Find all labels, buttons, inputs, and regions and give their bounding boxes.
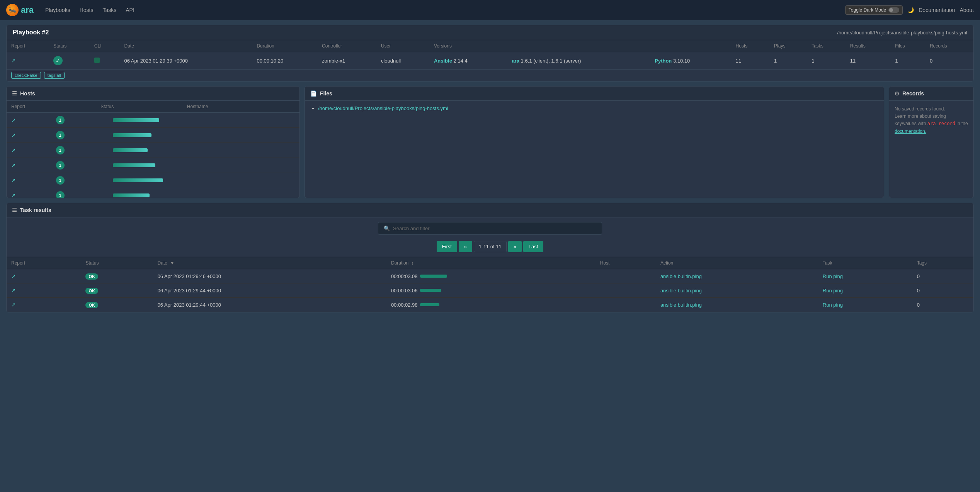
external-link-icon[interactable]: ↗: [11, 273, 16, 279]
cell-files-count: 1: [890, 52, 925, 70]
external-link-icon[interactable]: ↗: [11, 117, 16, 123]
records-in-the: in the: [956, 121, 968, 126]
ara-label: ara: [512, 58, 519, 64]
next-page-button[interactable]: »: [508, 241, 522, 252]
documentation-link[interactable]: Documentation: [919, 7, 955, 13]
result-date: 06 Apr 2023 01:29:44 +0000: [153, 298, 386, 312]
cell-duration: 00:00:10.20: [252, 52, 317, 70]
results-col-task: Task: [818, 257, 912, 269]
python-label: Python: [655, 58, 672, 64]
hosts-scroll-area[interactable]: ↗ 1 ↗ 1 ↗ 1: [7, 113, 299, 198]
main-content: Playbook #2 /home/cloudnull/Projects/ans…: [0, 20, 980, 317]
host-report-link[interactable]: ↗: [7, 113, 51, 128]
host-hostname: [108, 143, 299, 158]
host-hostname: [108, 173, 299, 188]
task-link[interactable]: Run ping: [823, 288, 843, 294]
records-description: Learn more about saving key/values with …: [895, 113, 968, 135]
host-report-link[interactable]: ↗: [7, 188, 51, 198]
sort-icon[interactable]: ▼: [170, 261, 174, 265]
results-col-status: Status: [81, 257, 153, 269]
host-report-link[interactable]: ↗: [7, 143, 51, 158]
task-link[interactable]: Run ping: [823, 302, 843, 308]
playbook-table: Report Status CLI Date Duration Controll…: [7, 40, 973, 70]
duration-bar-wrap: 00:00:03.08: [391, 273, 591, 279]
playbook-title: Playbook #2: [13, 29, 49, 36]
cell-plays-count: 1: [769, 52, 807, 70]
nav-playbooks[interactable]: Playbooks: [41, 5, 74, 15]
col-v3: [650, 40, 731, 52]
external-link-icon[interactable]: ↗: [11, 147, 16, 153]
table-row: ↗ OK 06 Apr 2023 01:29:44 +0000 00:00:02…: [7, 298, 973, 312]
search-input-wrap[interactable]: 🔍 Search and filter: [378, 222, 602, 235]
action-link[interactable]: ansible.builtin.ping: [660, 273, 702, 279]
last-page-button[interactable]: Last: [523, 241, 544, 252]
external-link-icon[interactable]: ↗: [11, 302, 16, 308]
panels-row: ☰ Hosts Report Status Hostname ↗: [6, 86, 974, 198]
cell-ara: ara 1.6.1 (client), 1.6.1 (server): [507, 52, 650, 70]
ok-badge: OK: [85, 302, 98, 308]
host-status: 1: [51, 188, 109, 198]
tags-area: check:False tags:all: [7, 70, 973, 81]
hosts-panel-header: ☰ Hosts: [7, 87, 299, 101]
host-hostname: [108, 113, 299, 128]
cell-python: Python 3.10.10: [650, 52, 731, 70]
result-report-link[interactable]: ↗: [7, 298, 81, 312]
tag-check: check:False: [11, 72, 41, 79]
col-tasks: Tasks: [807, 40, 846, 52]
external-link-icon[interactable]: ↗: [11, 162, 16, 168]
external-link-icon[interactable]: ↗: [11, 177, 16, 183]
records-doc-link[interactable]: documentation.: [895, 129, 926, 134]
result-task: Run ping: [818, 283, 912, 298]
toggle-switch[interactable]: [888, 7, 899, 13]
cell-tasks-count: 1: [807, 52, 846, 70]
about-link[interactable]: About: [960, 7, 974, 13]
host-hostname: [108, 128, 299, 143]
external-link-icon[interactable]: ↗: [11, 287, 16, 294]
host-report-link[interactable]: ↗: [7, 158, 51, 173]
playbook-path: /home/cloudnull/Projects/ansible-playboo…: [837, 30, 967, 36]
cell-report-link[interactable]: ↗: [7, 52, 49, 70]
nav-hosts[interactable]: Hosts: [76, 5, 97, 15]
list-item: /home/cloudnull/Projects/ansible-playboo…: [318, 105, 878, 111]
dark-mode-toggle-button[interactable]: Toggle Dark Mode: [845, 5, 903, 15]
records-panel: ⊙ Records No saved records found. Learn …: [889, 86, 974, 198]
duration-bar: [420, 289, 441, 292]
hostname-bar: [113, 193, 150, 197]
result-status: OK: [81, 298, 153, 312]
action-link[interactable]: ansible.builtin.ping: [660, 302, 702, 308]
task-results-header: ☰ Task results: [7, 203, 973, 217]
status-num-badge: 1: [56, 191, 65, 198]
nav-tasks[interactable]: Tasks: [99, 5, 120, 15]
host-report-link[interactable]: ↗: [7, 173, 51, 188]
result-report-link[interactable]: ↗: [7, 283, 81, 298]
host-report-link[interactable]: ↗: [7, 128, 51, 143]
results-col-host: Host: [595, 257, 656, 269]
col-report: Report: [7, 40, 49, 52]
hostname-bar: [113, 148, 148, 152]
col-results: Results: [846, 40, 890, 52]
col-duration: Duration: [252, 40, 317, 52]
action-link[interactable]: ansible.builtin.ping: [660, 288, 702, 294]
navbar-right: Toggle Dark Mode 🌙 Documentation About: [845, 5, 974, 15]
col-status: Status: [49, 40, 90, 52]
nav-api[interactable]: API: [122, 5, 138, 15]
records-panel-title: Records: [902, 90, 924, 97]
hosts-table-header: Report Status Hostname: [7, 101, 299, 113]
first-page-button[interactable]: First: [437, 241, 457, 252]
navbar: 🐜 ara Playbooks Hosts Tasks API Toggle D…: [0, 0, 980, 20]
prev-page-button[interactable]: «: [459, 241, 472, 252]
result-report-link[interactable]: ↗: [7, 269, 81, 283]
col-date: Date: [120, 40, 252, 52]
external-link-icon[interactable]: ↗: [11, 192, 16, 198]
result-duration: 00:00:03.06: [386, 283, 595, 298]
task-results-icon: ☰: [12, 207, 17, 213]
files-panel-header: 📄 Files: [305, 87, 884, 101]
task-link[interactable]: Run ping: [823, 273, 843, 279]
result-duration: 00:00:02.98: [386, 298, 595, 312]
sort-duration-icon[interactable]: ↕: [412, 261, 414, 265]
col-files: Files: [890, 40, 925, 52]
external-link-icon[interactable]: ↗: [11, 58, 16, 64]
file-link[interactable]: /home/cloudnull/Projects/ansible-playboo…: [318, 105, 448, 111]
hostname-bar: [113, 133, 151, 137]
external-link-icon[interactable]: ↗: [11, 132, 16, 138]
